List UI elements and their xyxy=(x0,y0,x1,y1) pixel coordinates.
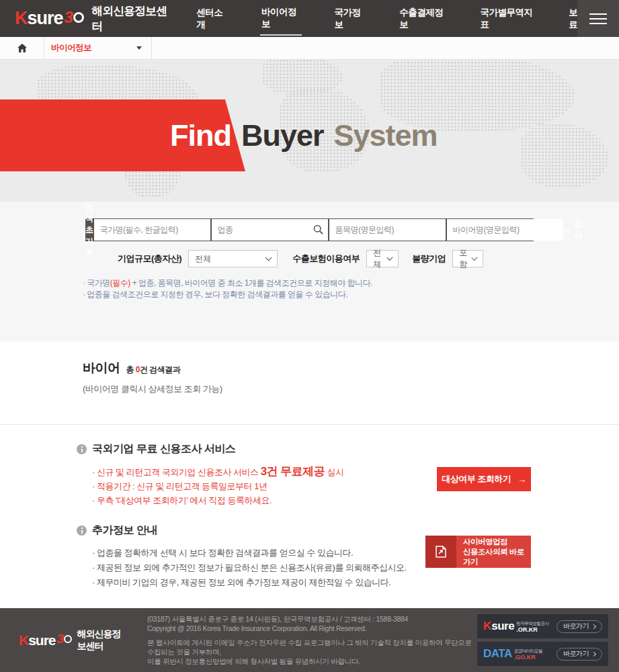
ksure-shortcut-button[interactable]: 바로가기 xyxy=(556,620,602,633)
search-notes: 국가명(필수) + 업종, 품목명, 바이어명 중 최소 1개를 검색조건으로 … xyxy=(83,278,619,300)
ksure-badge-logo: Ksure 한국무역보험공사 .OR.KR xyxy=(483,620,548,633)
breadcrumb: 바이어정보 xyxy=(0,37,619,60)
company-size-select[interactable]: 전체 xyxy=(188,250,278,267)
main-nav: 센터소개 바이어정보 국가정보 수출결제정보 국가별무역지표 보고서 & 자료 xyxy=(195,2,619,36)
extra-info-bullet-3: 제무미비 기업의 경우, 제공된 정보 외에 추가정보 제공이 제한적일 수 있… xyxy=(92,575,619,590)
chevron-right-icon xyxy=(591,651,596,656)
extra-info-bullet-1: 업종을 정확하게 선택 시 보다 정확한 검색결과를 얻으실 수 있습니다. xyxy=(92,546,619,560)
company-size-label: 기업규모(총자산) xyxy=(118,253,181,265)
search-bar: 검색초기화 검색 xyxy=(85,218,534,241)
free-credit-service-section: 국외기업 무료 신용조사 서비스 신규 및 리턴고객 국외기업 신용조사 서비스… xyxy=(0,425,619,507)
item-field-wrap xyxy=(329,219,446,241)
insurance-use-label: 수출보험이용여부 xyxy=(292,253,360,265)
cyber-button-text: 사이버영업점 신용조사의뢰 바로가기 xyxy=(456,536,531,568)
industry-field-wrap xyxy=(212,219,328,241)
page-title: Find Buyer System xyxy=(170,99,438,171)
search-note-2: 업종을 검색조건으로 지정한 경우, 보다 정확한 검색결과를 얻을 수 있습니… xyxy=(83,289,619,300)
nav-item-center-intro[interactable]: 센터소개 xyxy=(195,3,229,35)
footer-copyright: Copyright @ 2016 Korea Trade Insurance C… xyxy=(147,624,477,633)
logo-k: K xyxy=(15,8,28,29)
info-circle-icon xyxy=(77,444,87,454)
search-reset-button[interactable]: 검색초기화 xyxy=(85,218,93,241)
bad-company-select[interactable]: 포함 xyxy=(452,250,483,267)
chevron-down-icon xyxy=(265,254,272,261)
home-button[interactable] xyxy=(0,37,44,59)
free-service-bullet-3: 우측 '대상여부 조회하기' 에서 직접 등록하세요. xyxy=(92,493,619,507)
item-name-input[interactable] xyxy=(329,219,446,241)
external-link-icon xyxy=(434,545,448,558)
results-title-row: 바이어 총 0건 검색결과 xyxy=(83,360,619,377)
free-service-bullet-1: 신규 및 리턴고객 국외기업 신용조사 서비스 3건 무료제공 실시 xyxy=(92,464,619,479)
logo-30-emblem: 3 xyxy=(57,633,71,648)
nav-item-buyer-info[interactable]: 바이어정보 xyxy=(260,2,302,36)
results-count: 총 0건 검색결과 xyxy=(126,364,181,376)
data-portal-shortcut-button[interactable]: 바로가기 xyxy=(556,648,602,661)
footer: Ksure 3 해외신용정보센터 (03187) 서울특별시 종로구 종로 14… xyxy=(0,608,619,672)
results-title: 바이어 xyxy=(83,360,120,377)
title-buyer: Buyer xyxy=(241,118,324,153)
industry-search-icon[interactable] xyxy=(313,224,323,237)
nav-item-country-info[interactable]: 국가정보 xyxy=(333,3,367,35)
logo-3: 3 xyxy=(57,632,65,646)
insurance-use-select[interactable]: 전체 xyxy=(366,250,399,267)
hamburger-menu-icon[interactable] xyxy=(577,0,619,37)
required-highlight: (필수) xyxy=(110,278,130,288)
title-find: Find xyxy=(170,118,231,153)
external-link-iconbox xyxy=(425,536,456,568)
free-service-highlight: 3건 무료제공 xyxy=(261,465,325,478)
logo-sure: sure xyxy=(28,8,63,29)
extra-info-title: 추가정보 안내 xyxy=(92,523,157,538)
hero-banner: Find Buyer System xyxy=(0,60,619,202)
ksure-badge-small-bottom: .OR.KR xyxy=(516,627,548,632)
ksure-logo[interactable]: Ksure 3 해외신용정보센터 xyxy=(15,3,169,34)
arrow-right-icon: → xyxy=(518,474,526,485)
info-circle-icon xyxy=(77,526,87,536)
footer-notice-2: 이를 위반시 정보통신망법에 의해 형사처벌 됨을 유념하시기 바랍니다. xyxy=(147,657,477,666)
bad-company-value: 포함 xyxy=(459,247,472,270)
chevron-right-icon xyxy=(591,624,596,628)
footer-ksure-logo[interactable]: Ksure 3 해외신용정보센터 xyxy=(19,628,128,653)
logo-30-emblem: 3 xyxy=(65,9,85,28)
site-name: 해외신용정보센터 xyxy=(91,3,169,34)
home-icon xyxy=(17,44,27,52)
cyber-office-credit-request-button[interactable]: 사이버영업점 신용조사의뢰 바로가기 xyxy=(425,536,531,568)
buyer-name-input[interactable] xyxy=(447,219,563,241)
nav-item-trade-index[interactable]: 국가별무역지표 xyxy=(479,3,536,35)
search-icon xyxy=(564,226,570,235)
industry-input[interactable] xyxy=(212,219,328,241)
search-section: 검색초기화 검색 기업규모(총자산) xyxy=(0,202,619,341)
site-name: 해외신용정보센터 xyxy=(77,628,128,653)
footer-text: (03187) 서울특별시 종로구 종로 14 (서린동), 한국무역보험공사 … xyxy=(147,614,477,666)
nav-item-export-payment[interactable]: 수출결제정보 xyxy=(398,3,448,35)
logo-k: K xyxy=(19,632,28,648)
title-system: System xyxy=(334,118,438,153)
data-badge-small-top: 공공데이터포털 xyxy=(514,648,542,654)
chevron-down-icon xyxy=(136,46,142,50)
footer-address: (03187) 서울특별시 종로구 종로 14 (서린동), 한국무역보험공사 … xyxy=(147,614,477,624)
footer-notice-1: 본 웹사이트에 게시된 이메일 주소가 전자우편 수집 프로그램이나 그 밖의 … xyxy=(147,638,477,657)
data-badge-logo: DATA 공공데이터포털 .GO.KR xyxy=(483,647,542,661)
breadcrumb-current-dropdown[interactable]: 바이어정보 xyxy=(44,37,152,59)
free-service-bullet-2: 적용기간 : 신규 및 리턴고객 등록일로부터 1년 xyxy=(92,479,619,493)
logo-ring-icon xyxy=(64,635,72,643)
data-portal-badge: DATA 공공데이터포털 .GO.KR 바로가기 xyxy=(477,642,608,666)
logo-ring-icon xyxy=(73,12,84,23)
logo-3: 3 xyxy=(65,8,73,27)
country-input[interactable] xyxy=(94,219,210,241)
check-eligibility-button[interactable]: 대상여부 조회하기 → xyxy=(437,467,531,491)
world-map-dots xyxy=(521,124,608,187)
ksure-site-badge: Ksure 한국무역보험공사 .OR.KR 바로가기 xyxy=(477,614,608,638)
ksure-badge-small-top: 한국무역보험공사 xyxy=(516,621,548,626)
search-submit-button[interactable]: 검색 xyxy=(564,218,586,241)
extra-info-bullet-2: 제공된 정보 외에 추가적인 정보가 필요하신 분은 신용조사(유료)를 의뢰해… xyxy=(92,560,619,575)
page: Ksure 3 해외신용정보센터 센터소개 바이어정보 국가정보 수출결제정보 … xyxy=(0,0,619,672)
check-eligibility-label: 대상여부 조회하기 xyxy=(442,473,511,485)
bad-company-label: 불량기업 xyxy=(412,253,446,265)
results-hint: (바이어명 클릭시 상세정보 조회 가능) xyxy=(83,383,619,395)
buyer-field-wrap xyxy=(447,219,563,241)
breadcrumb-current-label: 바이어정보 xyxy=(51,42,91,54)
logo-sure: sure xyxy=(28,632,55,648)
country-field-wrap xyxy=(94,219,210,241)
search-submit-label: 검색 xyxy=(574,218,585,242)
company-size-value: 전체 xyxy=(195,253,211,265)
